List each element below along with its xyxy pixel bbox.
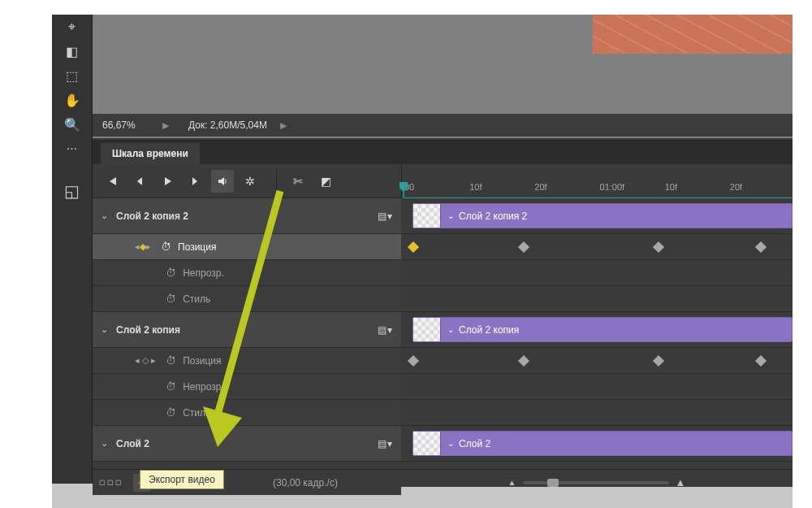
separator	[276, 170, 277, 193]
keyframe-icon[interactable]	[755, 355, 767, 367]
stopwatch-icon[interactable]: ⏱	[161, 241, 171, 253]
property-row[interactable]: ◂ ◇ ▸ ⏱ Непрозр.	[93, 374, 401, 400]
track-clip[interactable]: ⌄ Слой 2 копия	[401, 312, 793, 348]
video-layer-icon[interactable]: ▤▾	[378, 438, 393, 449]
split-button[interactable]: ✄	[287, 170, 309, 193]
zoom-level[interactable]: 66,67%	[93, 119, 159, 131]
transition-button[interactable]: ◩	[314, 170, 337, 193]
ruler-mark: 20f	[532, 182, 597, 198]
prop-label: Непрозр.	[183, 381, 224, 393]
keyframe-lane[interactable]	[401, 374, 793, 400]
track-clip[interactable]: ⌄ Слой 2 копия 2	[401, 198, 793, 234]
fps-label: (30,00 кадр./с)	[273, 477, 338, 488]
layer-header[interactable]: ⌄ Слой 2 ▤▾	[93, 426, 401, 462]
stopwatch-icon[interactable]: ⏱	[166, 406, 176, 419]
ruler-mark: 01:00f	[598, 182, 663, 198]
prop-label: Стиль	[183, 407, 210, 419]
tools-panel: ⌖ ◧ ⬚ ✋ 🔍 ··· ◱	[52, 15, 93, 484]
layer-header[interactable]: ⌄ Слой 2 копия 2 ▤▾	[93, 198, 401, 234]
keyframe-nav[interactable]: ◂ ◇ ▸	[135, 355, 156, 366]
keyframe-icon[interactable]	[755, 241, 767, 253]
keyframe-lane[interactable]	[401, 234, 793, 260]
doc-size[interactable]: Док: 2,60M/5,04M	[172, 119, 267, 131]
prop-label: Позиция	[178, 241, 216, 253]
chevron-down-icon[interactable]: ⌄	[101, 324, 108, 335]
keyframe-lane[interactable]	[401, 260, 793, 286]
timeline-footer: ▢▢▢ 0:00:04:16 (30,00 кадр./с)	[93, 469, 401, 495]
tool-a[interactable]: ⌖	[52, 15, 92, 39]
layer-preview-image	[593, 15, 793, 54]
settings-button[interactable]: ✲	[239, 170, 261, 193]
zoom-arrow-icon[interactable]: ▶	[159, 120, 172, 131]
property-row[interactable]: ◂ ◆ ▸ ⏱ Позиция	[93, 234, 401, 260]
color-swatches[interactable]: ◱	[52, 179, 92, 203]
keyframe-icon[interactable]	[518, 355, 529, 367]
track-clip[interactable]: ⌄ Слой 2	[401, 426, 793, 462]
prop-label: Стиль	[183, 293, 210, 305]
property-row[interactable]: ◂ ◇ ▸ ⏱ Позиция	[93, 348, 401, 374]
prev-frame-button[interactable]	[128, 170, 151, 193]
tool-b[interactable]: ◧	[52, 39, 92, 63]
clip-label: Слой 2 копия	[459, 324, 519, 336]
timeline-tracks[interactable]: ⌄ Слой 2 копия 2 ⌄ Слой 2 копия	[401, 198, 793, 487]
layer-list: ⌄ Слой 2 копия 2 ▤▾ ◂ ◆ ▸ ⏱ Позиция ◂ ◇ …	[93, 198, 401, 487]
zoom-slider[interactable]	[523, 481, 669, 484]
video-layer-icon[interactable]: ▤▾	[378, 211, 393, 222]
clip-thumbnail	[413, 432, 441, 455]
play-button[interactable]	[156, 170, 179, 193]
keyframe-icon[interactable]	[653, 241, 664, 253]
go-first-button[interactable]	[101, 170, 123, 193]
hand-tool[interactable]: ✋	[52, 88, 92, 112]
time-ruler[interactable]: 00 10f 20f 01:00f 10f 20f	[401, 164, 793, 198]
mute-button[interactable]	[211, 170, 234, 193]
next-frame-button[interactable]	[184, 170, 206, 193]
keyframe-icon[interactable]	[653, 355, 664, 367]
doc-arrow-icon[interactable]: ▶	[277, 120, 290, 131]
chevron-down-icon[interactable]: ⌄	[101, 438, 108, 449]
chevron-down-icon[interactable]: ⌄	[447, 439, 454, 448]
keyframe-icon[interactable]	[408, 355, 419, 367]
video-layer-icon[interactable]: ▤▾	[378, 324, 393, 336]
ruler-mark: 10f	[663, 182, 728, 198]
chevron-down-icon[interactable]: ⌄	[447, 325, 454, 334]
zoom-out-icon[interactable]: ▲	[508, 478, 516, 487]
property-row[interactable]: ◂ ◇ ▸ ⏱ Стиль	[93, 400, 401, 426]
property-row[interactable]: ◂ ◇ ▸ ⏱ Стиль	[93, 286, 401, 312]
keyframe-lane[interactable]	[401, 348, 793, 374]
clip-label: Слой 2 копия 2	[459, 211, 527, 222]
layer-header[interactable]: ⌄ Слой 2 копия ▤▾	[93, 312, 401, 348]
keyframe-lane[interactable]	[401, 286, 793, 312]
property-row[interactable]: ◂ ◇ ▸ ⏱ Непрозр.	[93, 260, 401, 286]
playback-controls: ✲ ✄ ◩	[93, 164, 401, 198]
keyframe-icon[interactable]	[408, 241, 419, 253]
video-clip[interactable]: ⌄ Слой 2 копия 2	[412, 203, 793, 228]
stopwatch-icon[interactable]: ⏱	[166, 380, 176, 393]
zoom-in-icon[interactable]: ▲	[676, 476, 686, 488]
clip-thumbnail	[413, 204, 441, 228]
clip-label: Слой 2	[459, 438, 490, 449]
chevron-down-icon[interactable]: ⌄	[447, 211, 454, 220]
timeline-zoom: ▲ ▲	[401, 469, 793, 495]
keyframe-lane[interactable]	[401, 400, 793, 426]
video-clip[interactable]: ⌄ Слой 2	[412, 431, 793, 456]
tab-timeline[interactable]: Шкала времени	[101, 143, 200, 164]
clip-thumbnail	[413, 318, 441, 341]
tool-c[interactable]: ⬚	[52, 63, 92, 88]
tool-e[interactable]: ···	[52, 137, 92, 161]
status-bar: 66,67% ▶ Док: 2,60M/5,04M ▶	[93, 114, 793, 137]
stopwatch-icon[interactable]: ⏱	[166, 354, 176, 367]
video-clip[interactable]: ⌄ Слой 2 копия	[412, 317, 793, 342]
keyframe-icon[interactable]	[518, 241, 529, 253]
stopwatch-icon[interactable]: ⏱	[166, 267, 176, 279]
playhead[interactable]	[403, 182, 412, 195]
layer-name[interactable]: Слой 2 копия 2	[116, 211, 378, 222]
zoom-tool[interactable]: 🔍	[52, 112, 92, 137]
ruler-mark: 20f	[728, 182, 793, 198]
frame-anim-icon[interactable]: ▢▢▢	[99, 479, 123, 486]
keyframe-nav[interactable]: ◂ ◆ ▸	[135, 241, 151, 252]
layer-name[interactable]: Слой 2	[116, 438, 378, 449]
layer-name[interactable]: Слой 2 копия	[116, 324, 378, 336]
stopwatch-icon[interactable]: ⏱	[166, 293, 176, 305]
prop-label: Позиция	[183, 355, 221, 367]
chevron-down-icon[interactable]: ⌄	[101, 211, 108, 221]
